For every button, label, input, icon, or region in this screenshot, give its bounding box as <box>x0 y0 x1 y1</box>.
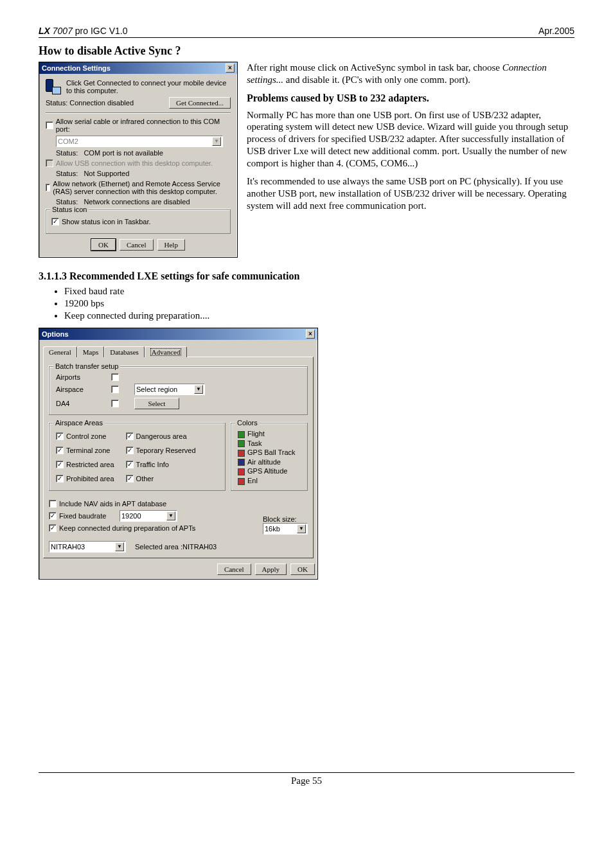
airports-label: Airports <box>56 373 107 381</box>
block-size-select[interactable]: 16kb ▼ <box>263 523 308 535</box>
serial-status-row: Status: COM port is not available <box>56 149 231 157</box>
dangerous-area-label: Dangerous area <box>136 432 187 440</box>
status-value: Connection disabled <box>69 99 134 107</box>
control-zone-checkbox[interactable] <box>56 432 64 440</box>
allow-network-label: Allow network (Ethernet) and Remote Acce… <box>53 180 231 195</box>
dialog-title: Options <box>42 330 69 338</box>
options-cancel-button[interactable]: Cancel <box>217 563 251 575</box>
airspace-checkbox[interactable] <box>111 385 119 393</box>
area-select[interactable]: NITRAH03 ▼ <box>49 541 126 553</box>
list-item: Fixed baud rate <box>64 286 574 297</box>
subheading-usb: Problems caused by USB to 232 adapters. <box>247 93 574 104</box>
terminal-zone-checkbox[interactable] <box>56 447 64 454</box>
show-icon-checkbox[interactable] <box>51 218 59 226</box>
baudrate-select[interactable]: 19200 ▼ <box>120 510 177 522</box>
color-air-alt[interactable]: Air altitude <box>238 458 301 466</box>
page-header: LX 7007 pro IGC V1.0 Apr.2005 <box>39 26 574 38</box>
get-connected-button[interactable]: Get Connected... <box>169 97 231 109</box>
allow-serial-checkbox[interactable] <box>46 121 53 129</box>
header-left: LX 7007 pro IGC V1.0 <box>39 26 128 36</box>
select-button[interactable]: Select <box>134 398 179 409</box>
color-gps-alt[interactable]: GPS Altitude <box>238 467 301 475</box>
airports-checkbox[interactable] <box>111 373 119 381</box>
selected-area-label: Selected area :NITRAH03 <box>135 543 217 551</box>
allow-usb-checkbox <box>46 159 53 167</box>
color-enl[interactable]: Enl <box>238 477 301 485</box>
airspace-label: Airspace <box>56 385 107 393</box>
restricted-area-checkbox[interactable] <box>56 461 64 468</box>
close-icon[interactable]: × <box>306 330 315 339</box>
other-label: Other <box>136 475 154 483</box>
restricted-area-label: Restricted area <box>66 461 114 468</box>
titlebar: Connection Settings × <box>39 62 237 74</box>
header-right: Apr.2005 <box>538 26 574 36</box>
baudrate-value: 19200 <box>121 512 141 520</box>
include-nav-checkbox[interactable] <box>49 500 57 508</box>
colors-group-label: Colors <box>235 419 260 427</box>
com-port-select[interactable]: COM2 ▼ <box>56 136 223 147</box>
dangerous-area-checkbox[interactable] <box>126 432 134 440</box>
options-ok-button[interactable]: OK <box>290 563 315 575</box>
swatch-icon <box>238 450 245 457</box>
swatch-icon <box>238 478 245 485</box>
allow-serial-label: Allow serial cable or infrared connectio… <box>56 118 231 133</box>
tab-strip: General Maps Databases Advanced <box>43 346 314 357</box>
tab-advanced[interactable]: Advanced <box>145 346 188 357</box>
chevron-down-icon: ▼ <box>166 511 175 520</box>
subsection-number: 3.1.1.3 <box>39 270 67 281</box>
page-footer: Page 55 <box>39 772 574 786</box>
traffic-info-checkbox[interactable] <box>126 461 134 468</box>
prohibited-area-label: Prohibited area <box>66 475 114 483</box>
tab-databases[interactable]: Databases <box>104 346 145 357</box>
cancel-button[interactable]: Cancel <box>120 239 154 251</box>
activesync-icon <box>46 79 61 94</box>
body-text: After right mouse click on ActiveSync sy… <box>247 62 574 218</box>
model: 7007 <box>53 26 73 36</box>
usb-status-row: Status: Not Supported <box>56 170 231 177</box>
swatch-icon <box>238 459 245 466</box>
ok-button[interactable]: OK <box>91 239 116 251</box>
include-nav-label: Include NAV aids in APT database <box>59 500 166 508</box>
options-apply-button[interactable]: Apply <box>255 563 287 575</box>
tab-maps[interactable]: Maps <box>77 346 104 357</box>
control-zone-label: Control zone <box>66 432 106 440</box>
tab-general[interactable]: General <box>43 346 77 357</box>
other-checkbox[interactable] <box>126 475 134 483</box>
batch-group-label: Batch transfer setup <box>53 362 120 370</box>
product-suffix: pro IGC V1.0 <box>73 26 128 36</box>
fixed-baud-checkbox[interactable] <box>49 512 57 520</box>
region-value: Select region <box>136 385 177 393</box>
options-dialog: Options × General Maps Databases Advance… <box>39 328 318 580</box>
color-flight[interactable]: Flight <box>238 430 301 438</box>
net-status: Network connections are disabled <box>84 198 190 206</box>
da4-checkbox[interactable] <box>111 400 119 407</box>
swatch-icon <box>238 468 245 475</box>
temporary-reserved-checkbox[interactable] <box>126 447 134 454</box>
list-item: 19200 bps <box>64 298 574 309</box>
intro-text: Click Get Connected to connect your mobi… <box>66 79 231 94</box>
keep-connected-checkbox[interactable] <box>49 524 57 532</box>
keep-connected-label: Keep connected during preparation of APT… <box>59 524 195 532</box>
region-select[interactable]: Select region ▼ <box>134 384 205 395</box>
help-button[interactable]: Help <box>157 239 185 251</box>
list-item: Keep connected during preparation.... <box>64 310 574 321</box>
allow-network-checkbox[interactable] <box>46 184 50 191</box>
p1a: After right mouse click on ActiveSync sy… <box>247 62 502 73</box>
subsection-title: Recommended LXE settings for safe commun… <box>67 270 299 281</box>
color-gps-ball[interactable]: GPS Ball Track <box>238 448 301 457</box>
close-icon[interactable]: × <box>226 64 235 73</box>
chevron-down-icon: ▼ <box>115 542 124 551</box>
net-status-row: Status: Network connections are disabled <box>56 198 231 206</box>
usb-status: Not Supported <box>84 170 129 177</box>
swatch-icon <box>238 440 245 447</box>
brand: LX <box>39 26 50 36</box>
prohibited-area-checkbox[interactable] <box>56 475 64 483</box>
p1b: and disable it. (PC's with only one comm… <box>283 75 470 85</box>
com-port-value: COM2 <box>58 137 78 145</box>
temporary-reserved-label: Teporary Reserved <box>136 447 196 454</box>
color-task[interactable]: Task <box>238 439 301 448</box>
block-size-value: 16kb <box>265 525 280 533</box>
chevron-down-icon: ▼ <box>297 524 306 533</box>
show-icon-label: Show status icon in Taskbar. <box>62 218 151 226</box>
terminal-zone-label: Terminal zone <box>66 447 110 454</box>
